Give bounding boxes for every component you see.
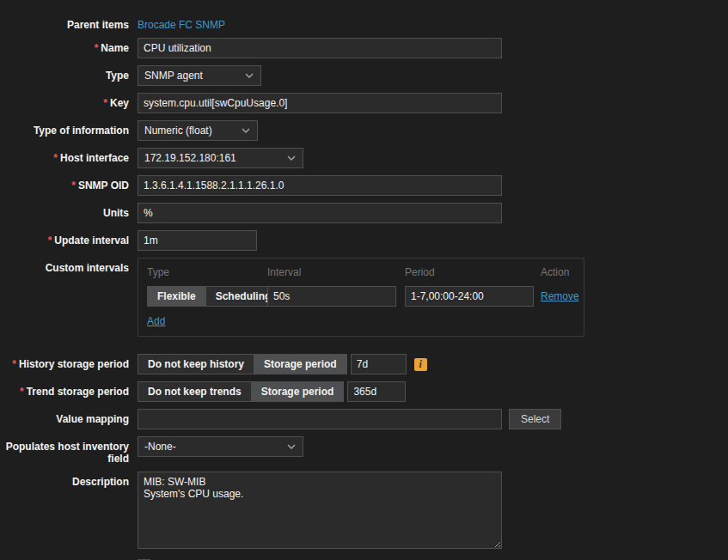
enabled-label: Enabled: [0, 556, 138, 560]
custom-intervals-box: Type Interval Period Action Flexible Sch…: [138, 258, 584, 337]
select-button[interactable]: Select: [509, 409, 561, 429]
chevron-down-icon: [287, 155, 296, 161]
type-of-information-label: Type of information: [0, 120, 138, 137]
info-icon[interactable]: i: [414, 358, 427, 371]
host-interface-value: 172.19.152.180:161: [144, 152, 236, 164]
type-label: Type: [0, 65, 138, 82]
type-of-information-select[interactable]: Numeric (float): [138, 120, 258, 141]
description-label: Description: [0, 472, 138, 488]
parent-items-label: Parent items: [0, 15, 138, 31]
history-storage-period-button[interactable]: Storage period: [254, 354, 347, 374]
value-mapping-label: Value mapping: [0, 409, 138, 425]
column-header-period: Period: [405, 266, 541, 278]
units-label: Units: [0, 203, 138, 219]
value-mapping-input[interactable]: [138, 409, 502, 429]
chevron-down-icon: [287, 444, 296, 449]
name-input[interactable]: [138, 38, 502, 58]
column-header-action: Action: [541, 266, 579, 278]
add-link[interactable]: Add: [147, 315, 165, 327]
host-interface-select[interactable]: 172.19.152.180:161: [138, 148, 303, 168]
required-marker: *: [103, 97, 107, 109]
history-storage-row: *History storage period Do not keep hist…: [0, 354, 728, 374]
parent-items-row: Parent items Brocade FC SNMP: [0, 15, 728, 31]
units-row: Units: [0, 203, 728, 223]
column-header-type: Type: [147, 266, 267, 278]
description-row: Description MIB: SW-MIB System's CPU usa…: [0, 472, 728, 549]
interval-type-toggle: Flexible Scheduling: [147, 286, 267, 307]
snmp-oid-label: *SNMP OID: [0, 175, 138, 192]
type-of-information-row: Type of information Numeric (float): [0, 120, 728, 141]
custom-intervals-row: Custom intervals Type Interval Period Ac…: [0, 258, 728, 347]
name-row: *Name: [0, 38, 728, 58]
trend-period-input[interactable]: [347, 381, 406, 402]
column-header-interval: Interval: [267, 266, 405, 278]
type-row: Type SNMP agent: [0, 65, 728, 86]
host-interface-label: *Host interface: [0, 148, 138, 164]
do-not-keep-history-button[interactable]: Do not keep history: [138, 354, 254, 374]
inventory-field-row: Populates host inventory field -None-: [0, 436, 728, 465]
trend-toggle: Do not keep trends Storage period: [138, 381, 344, 402]
item-config-form: Parent items Brocade FC SNMP *Name Type …: [0, 0, 728, 560]
do-not-keep-trends-button[interactable]: Do not keep trends: [138, 381, 252, 402]
required-marker: *: [20, 386, 24, 398]
inventory-field-value: -None-: [144, 441, 176, 453]
description-textarea[interactable]: MIB: SW-MIB System's CPU usage.: [138, 472, 502, 549]
trend-storage-period-button[interactable]: Storage period: [252, 381, 345, 402]
history-toggle: Do not keep history Storage period: [138, 354, 347, 374]
required-marker: *: [48, 234, 52, 247]
update-interval-input[interactable]: [138, 230, 257, 251]
name-label: *Name: [0, 38, 138, 54]
key-row: *Key: [0, 93, 728, 113]
snmp-oid-input[interactable]: [138, 175, 502, 196]
update-interval-label: *Update interval: [0, 230, 138, 247]
chevron-down-icon: [242, 128, 250, 133]
key-input[interactable]: [138, 93, 502, 113]
required-marker: *: [71, 180, 76, 192]
update-interval-row: *Update interval: [0, 230, 728, 251]
inventory-field-label: Populates host inventory field: [0, 436, 138, 465]
enabled-row: Enabled: [0, 556, 728, 560]
type-select[interactable]: SNMP agent: [138, 65, 261, 86]
type-of-information-value: Numeric (float): [144, 125, 212, 137]
required-marker: *: [12, 358, 16, 370]
interval-input[interactable]: [267, 286, 396, 307]
value-mapping-row: Value mapping Select: [0, 409, 728, 429]
history-period-input[interactable]: [351, 354, 407, 374]
trend-storage-row: *Trend storage period Do not keep trends…: [0, 381, 728, 402]
inventory-field-select[interactable]: -None-: [138, 436, 303, 457]
parent-item-link[interactable]: Brocade FC SNMP: [138, 15, 225, 31]
remove-link[interactable]: Remove: [541, 290, 579, 302]
snmp-oid-row: *SNMP OID: [0, 175, 728, 196]
required-marker: *: [53, 152, 58, 164]
key-label: *Key: [0, 93, 138, 109]
chevron-down-icon: [245, 73, 254, 78]
host-interface-row: *Host interface 172.19.152.180:161: [0, 148, 728, 168]
required-marker: *: [95, 42, 99, 54]
flexible-button[interactable]: Flexible: [147, 286, 206, 307]
custom-intervals-label: Custom intervals: [0, 258, 138, 274]
type-select-value: SNMP agent: [144, 70, 203, 82]
history-storage-label: *History storage period: [0, 354, 138, 370]
period-input[interactable]: [405, 286, 534, 307]
units-input[interactable]: [138, 203, 502, 223]
trend-storage-label: *Trend storage period: [0, 381, 138, 398]
